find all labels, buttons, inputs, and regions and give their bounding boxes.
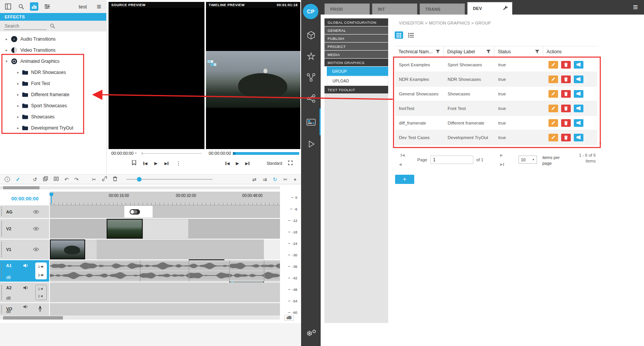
- track-v2-header[interactable]: V2: [0, 219, 50, 239]
- table-row[interactable]: Sport Examples Sport Showcases true: [395, 57, 597, 72]
- channel-box[interactable]: 1 2: [35, 285, 47, 300]
- nav-item-upload[interactable]: UPLOAD: [327, 76, 388, 85]
- chevron-right-icon[interactable]: ▸: [15, 93, 21, 97]
- track-v2-content[interactable]: [50, 219, 280, 239]
- page-number-input[interactable]: [430, 156, 473, 164]
- play-icon[interactable]: ▶: [236, 161, 239, 166]
- refresh-icon[interactable]: ↻: [273, 177, 277, 182]
- timeline-preview-video[interactable]: [206, 8, 300, 149]
- nav-item-project[interactable]: PROJECT: [324, 43, 388, 50]
- video-clip[interactable]: [85, 239, 97, 259]
- editor-menu-icon[interactable]: ≡: [97, 2, 101, 11]
- channel-box[interactable]: 1 2: [35, 262, 47, 279]
- ripple-icon[interactable]: ⇉: [263, 177, 267, 182]
- track-vo-header[interactable]: VO dB: [0, 303, 50, 316]
- timecode-dropdown-icon[interactable]: ▾: [135, 152, 137, 155]
- table-row[interactable]: General Showcases Showcases true: [395, 87, 597, 101]
- tab-dev[interactable]: DEV: [467, 2, 512, 15]
- razor-icon[interactable]: ✂: [283, 177, 288, 182]
- track-a1-header[interactable]: A1 dB 1 2: [0, 260, 50, 282]
- redo-icon[interactable]: ↷: [74, 177, 79, 182]
- next-page-button[interactable]: ▶: [500, 153, 503, 157]
- previous-page-button[interactable]: ◀: [399, 162, 402, 166]
- history-icon[interactable]: ↺: [33, 177, 37, 182]
- delete-button[interactable]: [561, 105, 571, 112]
- tab-int[interactable]: INT: [372, 3, 417, 15]
- column-technical-name[interactable]: Technical Nam...: [395, 46, 444, 57]
- edit-button[interactable]: [548, 105, 558, 112]
- chevron-right-icon[interactable]: ▸: [15, 126, 21, 130]
- videditor-module-icon[interactable]: [306, 117, 316, 128]
- delete-button[interactable]: [561, 134, 571, 141]
- add-group-button[interactable]: +: [395, 175, 414, 184]
- tab-prod[interactable]: PROD: [324, 3, 370, 15]
- zoom-slider[interactable]: [126, 179, 212, 180]
- db-button[interactable]: dB: [6, 296, 11, 300]
- nav-item-group[interactable]: GROUP: [327, 67, 388, 76]
- add-marker-icon[interactable]: [132, 160, 136, 167]
- source-seek-slider[interactable]: [142, 153, 202, 154]
- info-icon[interactable]: i: [5, 177, 10, 182]
- filter-icon[interactable]: [436, 50, 440, 54]
- effects-search-input[interactable]: [4, 23, 47, 30]
- publish-button[interactable]: [574, 90, 583, 98]
- table-row[interactable]: Dev Test Cases Development TryOut true: [395, 130, 597, 145]
- timeline-hscrollbar-bottom[interactable]: [0, 316, 280, 320]
- publish-button[interactable]: [574, 61, 583, 69]
- chevron-down-icon[interactable]: ▾: [4, 59, 9, 63]
- tree-item-audio-transitions[interactable]: ▸ ♪ Audio Transitions: [0, 33, 106, 44]
- delete-icon[interactable]: [113, 176, 117, 182]
- eye-icon[interactable]: [33, 227, 39, 231]
- layout-panels-icon[interactable]: [4, 2, 12, 11]
- tree-item-video-transitions[interactable]: ▸ Video Transitions: [0, 44, 106, 56]
- skip-back-icon[interactable]: ◀: [143, 161, 148, 166]
- track-vo-content[interactable]: [50, 303, 280, 316]
- tree-item-folder[interactable]: ▸ NDR Showcases: [0, 67, 106, 78]
- grid-view-icon[interactable]: [395, 31, 403, 39]
- video-clip[interactable]: [143, 219, 189, 239]
- publish-button[interactable]: [574, 134, 583, 141]
- tree-item-folder[interactable]: ▸ Sport Showcases: [0, 100, 106, 111]
- table-row[interactable]: diff_framerate Different framerate true: [395, 116, 597, 130]
- last-page-button[interactable]: ▶: [500, 162, 504, 166]
- validate-icon[interactable]: ✓: [16, 176, 20, 182]
- video-clip[interactable]: [107, 219, 143, 239]
- workflow-module-icon[interactable]: [306, 72, 316, 83]
- filter-icon[interactable]: [535, 50, 539, 54]
- nav-item-publish[interactable]: PUBLISH: [324, 34, 388, 42]
- effects-mode-icon[interactable]: [30, 2, 38, 11]
- chevron-right-icon[interactable]: ▸: [15, 104, 21, 108]
- edit-button[interactable]: [548, 134, 558, 141]
- eye-icon[interactable]: [33, 248, 39, 251]
- timeline-hscrollbar-top[interactable]: [0, 186, 280, 189]
- publish-button[interactable]: [574, 119, 583, 127]
- user-avatar[interactable]: CP: [303, 4, 318, 19]
- undo-icon[interactable]: ↶: [64, 177, 69, 182]
- track-v1-header[interactable]: V1: [0, 239, 50, 259]
- speaker-icon[interactable]: [23, 305, 28, 309]
- filter-icon[interactable]: [486, 50, 491, 54]
- tree-item-folder[interactable]: ▸ Development TryOut: [0, 122, 106, 133]
- track-a2-header[interactable]: A2 dB 1 2: [0, 282, 50, 302]
- page-size-select[interactable]: 10 ▼: [519, 156, 537, 164]
- more-options-icon[interactable]: ⋮: [176, 160, 181, 166]
- publish-button[interactable]: [574, 105, 583, 112]
- track-ag-content[interactable]: [50, 205, 280, 218]
- video-clip[interactable]: [50, 239, 85, 259]
- tree-item-animated-graphics[interactable]: ▾ Animated Graphics: [0, 56, 106, 67]
- db-button[interactable]: dB: [6, 275, 11, 280]
- microphone-icon[interactable]: [38, 306, 42, 313]
- assets-module-icon[interactable]: [306, 30, 316, 41]
- timeline-seek-bar[interactable]: [233, 152, 299, 155]
- effects-module-icon[interactable]: [306, 51, 316, 62]
- swap-icon[interactable]: ⇄: [252, 177, 257, 182]
- skip-forward-icon[interactable]: ▶: [165, 161, 169, 166]
- tree-item-folder[interactable]: ▸ Font Test: [0, 78, 106, 89]
- delete-button[interactable]: [561, 61, 571, 69]
- chevron-right-icon[interactable]: ▸: [4, 37, 9, 41]
- track-a1-content[interactable]: [50, 260, 280, 282]
- graphics-clip[interactable]: [124, 205, 153, 218]
- play-icon[interactable]: ▶: [154, 161, 157, 166]
- table-row[interactable]: NDR Examples NDR Showcases true: [395, 72, 597, 87]
- track-a2-content[interactable]: [50, 282, 280, 302]
